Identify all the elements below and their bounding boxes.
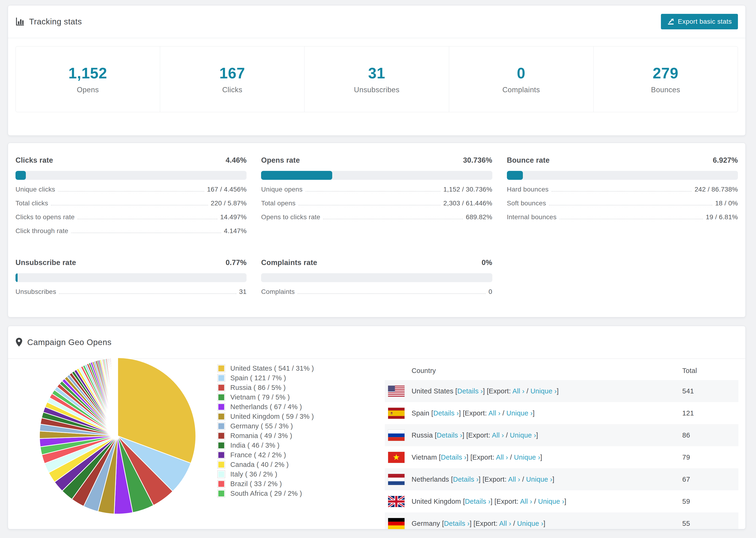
rate-rows: Unique clicks167 / 4.456%Total clicks220… — [16, 186, 246, 241]
export-unique-link[interactable]: Unique › — [530, 387, 557, 395]
details-link[interactable]: Details › — [453, 476, 478, 483]
total-value: 55 — [682, 520, 738, 527]
legend-item[interactable]: United Kingdom ( 59 / 3% ) — [217, 412, 314, 421]
separator: / — [501, 409, 507, 417]
legend-item[interactable]: South Africa ( 29 / 2% ) — [217, 489, 314, 498]
rate-row-label: Unique clicks — [16, 186, 55, 193]
progress-fill — [507, 171, 523, 180]
export-button-label: Export basic stats — [678, 18, 732, 26]
geo-pie-chart[interactable] — [35, 354, 200, 518]
legend-item[interactable]: India ( 46 / 3% ) — [217, 441, 314, 450]
legend-item[interactable]: Spain ( 121 / 7% ) — [217, 373, 314, 383]
legend-item[interactable]: Italy ( 36 / 2% ) — [217, 469, 314, 479]
legend-item[interactable]: Romania ( 49 / 3% ) — [217, 431, 314, 441]
total-value: 67 — [682, 476, 738, 483]
total-value: 79 — [682, 454, 738, 461]
legend-item[interactable]: Germany ( 55 / 3% ) — [217, 421, 314, 431]
bracket: [ — [435, 431, 437, 439]
export-all-link[interactable]: All › — [513, 387, 524, 395]
rate-title-row: Complaints rate0% — [261, 258, 492, 267]
separator: / — [532, 498, 538, 505]
export-unique-link[interactable]: Unique › — [507, 409, 533, 417]
export-unique-link[interactable]: Unique › — [510, 431, 536, 439]
legend-item[interactable]: Brazil ( 33 / 2% ) — [217, 479, 314, 489]
legend-item[interactable]: Russia ( 86 / 5% ) — [217, 383, 314, 393]
legend-swatch — [217, 490, 225, 497]
export-all-link[interactable]: All › — [499, 520, 511, 527]
export-all-link[interactable]: All › — [520, 498, 532, 505]
geo-title: Campaign Geo Opens — [27, 338, 112, 347]
progress-fill — [261, 171, 332, 180]
country-name: Spain — [411, 409, 429, 417]
rate-row: Total clicks220 / 5.87% — [16, 199, 246, 213]
rate-rows: Hard bounces242 / 86.738%Soft bounces18 … — [507, 186, 738, 227]
dotted-leader — [549, 205, 712, 205]
details-link[interactable]: Details › — [458, 387, 483, 395]
pie-slice[interactable] — [117, 358, 118, 436]
details-link[interactable]: Details › — [441, 454, 466, 461]
country-flag-es — [388, 408, 405, 419]
rate-block-clicks: Clicks rate4.46%Unique clicks167 / 4.456… — [16, 156, 246, 241]
legend-item[interactable]: United States ( 541 / 31% ) — [217, 364, 314, 373]
rate-value: 0.77% — [226, 258, 246, 267]
bracket: ] — [540, 454, 542, 461]
progress-bar — [507, 171, 738, 180]
legend-swatch — [217, 432, 225, 440]
country-cell: Netherlands [Details ›] [Export: All › /… — [411, 476, 682, 483]
export-unique-link[interactable]: Unique › — [517, 520, 543, 527]
bracket: ] — [466, 454, 470, 461]
bracket: ] — [469, 520, 473, 527]
legend-label: Netherlands ( 67 / 4% ) — [230, 403, 302, 411]
export-all-link[interactable]: All › — [488, 409, 500, 417]
rate-rows: Complaints0 — [261, 288, 492, 302]
bracket: [ — [442, 520, 444, 527]
total-value: 59 — [682, 498, 738, 506]
export-basic-stats-button[interactable]: Export basic stats — [661, 14, 738, 29]
summary-label: Complaints — [503, 86, 540, 94]
progress-fill — [16, 171, 26, 180]
export-all-link[interactable]: All › — [508, 476, 520, 483]
export-all-link[interactable]: All › — [496, 454, 508, 461]
export-label: [Export: — [463, 409, 488, 417]
total-value: 121 — [682, 409, 738, 417]
country-flag-nl — [388, 474, 405, 485]
country-name: Netherlands — [411, 476, 449, 483]
details-link[interactable]: Details › — [433, 409, 459, 417]
details-link[interactable]: Details › — [437, 431, 462, 439]
legend-item[interactable]: France ( 42 / 2% ) — [217, 450, 314, 460]
dotted-leader — [78, 219, 217, 219]
rate-row-label: Soft bounces — [507, 199, 546, 207]
details-link[interactable]: Details › — [444, 520, 469, 527]
rate-row-value: 2,303 / 61.446% — [443, 199, 492, 207]
legend-label: India ( 46 / 3% ) — [230, 442, 280, 449]
country-name: Russia — [411, 431, 433, 439]
country-cell: Russia [Details ›] [Export: All › / Uniq… — [411, 431, 682, 439]
summary-label: Opens — [77, 86, 99, 94]
export-unique-link[interactable]: Unique › — [514, 454, 540, 461]
geo-table: Country Total United States [Details ›] … — [385, 361, 738, 529]
rate-value: 0% — [482, 258, 492, 267]
legend-item[interactable]: Netherlands ( 67 / 4% ) — [217, 402, 314, 412]
export-label: [Export: — [487, 387, 513, 395]
legend-item[interactable]: Canada ( 40 / 2% ) — [217, 460, 314, 469]
export-unique-link[interactable]: Unique › — [538, 498, 565, 505]
summary-cell-bounces: 279Bounces — [594, 46, 738, 112]
total-value: 86 — [682, 431, 738, 439]
country-flag-gb — [388, 496, 405, 507]
rate-row-value: 14.497% — [220, 213, 247, 221]
legend-label: Italy ( 36 / 2% ) — [230, 470, 277, 478]
export-label: [Export: — [473, 520, 499, 527]
export-all-link[interactable]: All › — [492, 431, 504, 439]
table-row-nl: Netherlands [Details ›] [Export: All › /… — [385, 468, 738, 490]
summary-value: 31 — [368, 65, 385, 82]
tracking-stats-card: Tracking stats Export basic stats 1,152O… — [8, 5, 746, 136]
legend-label: Vietnam ( 79 / 5% ) — [230, 394, 290, 401]
rate-row-label: Hard bounces — [507, 186, 549, 193]
legend-item[interactable]: Vietnam ( 79 / 5% ) — [217, 393, 314, 402]
country-name: Vietnam — [411, 454, 437, 461]
legend-swatch — [217, 422, 225, 430]
rate-row-label: Total clicks — [16, 199, 48, 207]
export-unique-link[interactable]: Unique › — [526, 476, 553, 483]
rate-row: Total opens2,303 / 61.446% — [261, 199, 492, 213]
details-link[interactable]: Details › — [465, 498, 490, 505]
